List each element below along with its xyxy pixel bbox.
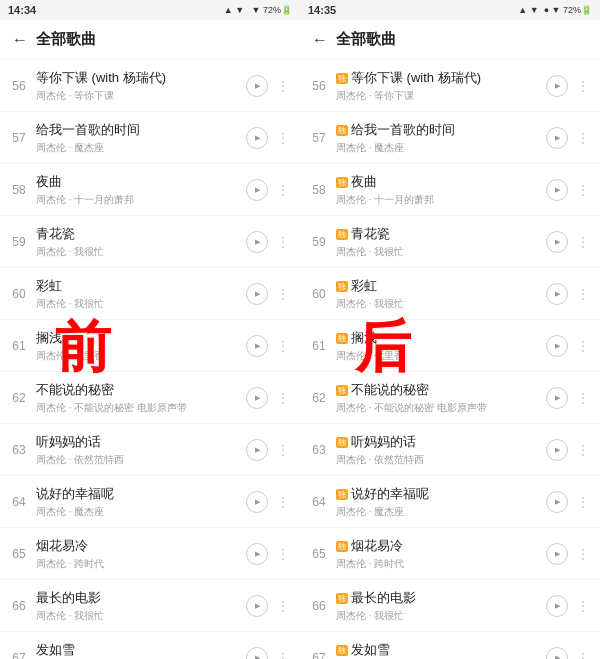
play-button[interactable] [246, 179, 268, 201]
song-info: 说好的幸福呢 周杰伦 · 魔杰座 [30, 485, 246, 519]
table-row[interactable]: 64 说好的幸福呢 周杰伦 · 魔杰座 ⋮ [0, 476, 300, 528]
more-button[interactable]: ⋮ [274, 336, 292, 356]
table-row[interactable]: 56 等你下课 (with 杨瑞代) 周杰伦 · 等你下课 ⋮ [0, 60, 300, 112]
status-bar: 14:34 ▲ ▼ ▼ 72%🔋 [0, 0, 300, 20]
flag-icon: 独 [336, 333, 348, 344]
play-button[interactable] [246, 543, 268, 565]
play-button[interactable] [246, 595, 268, 617]
table-row[interactable]: 57 独给我一首歌的时间 周杰伦 · 魔杰座 ⋮ [300, 112, 600, 164]
more-button[interactable]: ⋮ [574, 492, 592, 512]
table-row[interactable]: 65 烟花易冷 周杰伦 · 跨时代 ⋮ [0, 528, 300, 580]
song-artists: 周杰伦 · 魔杰座 [36, 505, 240, 519]
table-row[interactable]: 58 独夜曲 周杰伦 · 十一月的萧邦 ⋮ [300, 164, 600, 216]
more-button[interactable]: ⋮ [574, 544, 592, 564]
song-artists: 周杰伦 · 我很忙 [336, 297, 540, 311]
song-artists: 周杰伦 · 我很忙 [36, 245, 240, 259]
more-button[interactable]: ⋮ [574, 76, 592, 96]
more-button[interactable]: ⋮ [574, 128, 592, 148]
table-row[interactable]: 62 不能说的秘密 周杰伦 · 不能说的秘密 电影原声带 ⋮ [0, 372, 300, 424]
panel-right: 14:35 ▲ ▼ ● ▼ 72%🔋 ← 全部歌曲 56 独等你下课 (with… [300, 0, 600, 659]
play-button[interactable] [546, 127, 568, 149]
more-button[interactable]: ⋮ [274, 492, 292, 512]
flag-icon: 独 [336, 385, 348, 396]
more-button[interactable]: ⋮ [574, 648, 592, 660]
table-row[interactable]: 57 给我一首歌的时间 周杰伦 · 魔杰座 ⋮ [0, 112, 300, 164]
play-button[interactable] [546, 283, 568, 305]
song-actions: ⋮ [246, 543, 292, 565]
song-info: 发如雪 周杰伦 · 十一月的萧邦 [30, 641, 246, 660]
table-row[interactable]: 61 独搁浅 周杰伦 · 七里香 ⋮ [300, 320, 600, 372]
more-button[interactable]: ⋮ [274, 128, 292, 148]
more-button[interactable]: ⋮ [274, 544, 292, 564]
song-title: 独烟花易冷 [336, 537, 540, 555]
back-arrow[interactable]: ← [12, 31, 28, 49]
play-button[interactable] [246, 491, 268, 513]
more-button[interactable]: ⋮ [274, 232, 292, 252]
play-button[interactable] [546, 543, 568, 565]
more-button[interactable]: ⋮ [274, 180, 292, 200]
play-button[interactable] [546, 387, 568, 409]
song-actions: ⋮ [546, 491, 592, 513]
song-number: 65 [308, 547, 330, 561]
table-row[interactable]: 60 彩虹 周杰伦 · 我很忙 ⋮ [0, 268, 300, 320]
play-button[interactable] [246, 283, 268, 305]
song-number: 66 [308, 599, 330, 613]
more-button[interactable]: ⋮ [274, 648, 292, 660]
more-button[interactable]: ⋮ [574, 180, 592, 200]
song-title: 青花瓷 [36, 225, 240, 243]
table-row[interactable]: 67 发如雪 周杰伦 · 十一月的萧邦 ⋮ [0, 632, 300, 659]
table-row[interactable]: 66 最长的电影 周杰伦 · 我很忙 ⋮ [0, 580, 300, 632]
play-button[interactable] [246, 647, 268, 660]
table-row[interactable]: 58 夜曲 周杰伦 · 十一月的萧邦 ⋮ [0, 164, 300, 216]
song-number: 65 [8, 547, 30, 561]
play-button[interactable] [546, 491, 568, 513]
play-button[interactable] [246, 127, 268, 149]
table-row[interactable]: 65 独烟花易冷 周杰伦 · 跨时代 ⋮ [300, 528, 600, 580]
play-button[interactable] [246, 231, 268, 253]
more-button[interactable]: ⋮ [574, 596, 592, 616]
back-arrow[interactable]: ← [312, 31, 328, 49]
table-row[interactable]: 60 独彩虹 周杰伦 · 我很忙 ⋮ [300, 268, 600, 320]
more-button[interactable]: ⋮ [274, 388, 292, 408]
table-row[interactable]: 59 独青花瓷 周杰伦 · 我很忙 ⋮ [300, 216, 600, 268]
header: ← 全部歌曲 [0, 20, 300, 60]
table-row[interactable]: 63 听妈妈的话 周杰伦 · 依然范特西 ⋮ [0, 424, 300, 476]
table-row[interactable]: 63 独听妈妈的话 周杰伦 · 依然范特西 ⋮ [300, 424, 600, 476]
table-row[interactable]: 67 独发如雪 周杰伦 · 十一月的萧邦 ⋮ [300, 632, 600, 659]
more-button[interactable]: ⋮ [574, 388, 592, 408]
play-button[interactable] [546, 595, 568, 617]
play-button[interactable] [246, 387, 268, 409]
play-button[interactable] [246, 439, 268, 461]
more-button[interactable]: ⋮ [574, 284, 592, 304]
play-button[interactable] [246, 75, 268, 97]
more-button[interactable]: ⋮ [274, 284, 292, 304]
song-actions: ⋮ [246, 75, 292, 97]
song-title: 独彩虹 [336, 277, 540, 295]
table-row[interactable]: 59 青花瓷 周杰伦 · 我很忙 ⋮ [0, 216, 300, 268]
song-actions: ⋮ [546, 179, 592, 201]
more-button[interactable]: ⋮ [274, 440, 292, 460]
play-button[interactable] [546, 335, 568, 357]
song-number: 58 [8, 183, 30, 197]
table-row[interactable]: 61 搁浅 周杰伦 · 七里香 ⋮ [0, 320, 300, 372]
play-button[interactable] [546, 439, 568, 461]
play-button[interactable] [546, 179, 568, 201]
song-actions: ⋮ [246, 127, 292, 149]
more-button[interactable]: ⋮ [574, 440, 592, 460]
table-row[interactable]: 56 独等你下课 (with 杨瑞代) 周杰伦 · 等你下课 ⋮ [300, 60, 600, 112]
song-info: 彩虹 周杰伦 · 我很忙 [30, 277, 246, 311]
table-row[interactable]: 64 独说好的幸福呢 周杰伦 · 魔杰座 ⋮ [300, 476, 600, 528]
song-info: 独彩虹 周杰伦 · 我很忙 [330, 277, 546, 311]
play-button[interactable] [246, 335, 268, 357]
play-button[interactable] [546, 75, 568, 97]
play-button[interactable] [546, 231, 568, 253]
more-button[interactable]: ⋮ [574, 232, 592, 252]
play-button[interactable] [546, 647, 568, 660]
more-button[interactable]: ⋮ [574, 336, 592, 356]
more-button[interactable]: ⋮ [274, 596, 292, 616]
table-row[interactable]: 66 独最长的电影 周杰伦 · 我很忙 ⋮ [300, 580, 600, 632]
song-title: 彩虹 [36, 277, 240, 295]
more-button[interactable]: ⋮ [274, 76, 292, 96]
table-row[interactable]: 62 独不能说的秘密 周杰伦 · 不能说的秘密 电影原声带 ⋮ [300, 372, 600, 424]
song-title: 独夜曲 [336, 173, 540, 191]
